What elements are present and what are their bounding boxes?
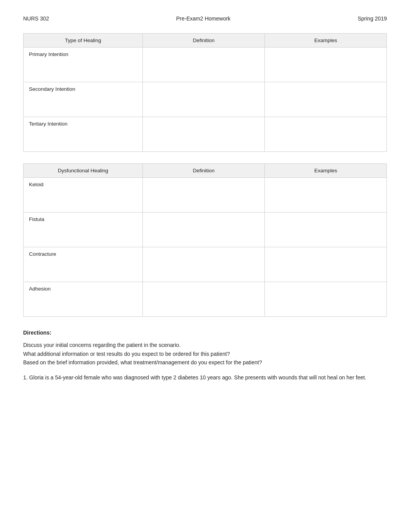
table2-row2-examples (265, 247, 387, 282)
table2-row1-examples (265, 212, 387, 247)
table-row: Adhesion (24, 282, 387, 317)
table2-col2-header: Definition (143, 164, 265, 178)
table1-col2-header: Definition (143, 34, 265, 48)
table-row: Tertiary Intention (24, 117, 387, 152)
directions-section: Directions: Discuss your initial concern… (23, 328, 387, 382)
assignment-title: Pre-Exam2 Homework (176, 15, 230, 22)
directions-paragraph1: Discuss your initial concerns regarding … (23, 341, 387, 367)
table2-col3-header: Examples (265, 164, 387, 178)
table2-row3-label: Adhesion (24, 282, 143, 317)
directions-title: Directions: (23, 328, 387, 337)
table1-row2-examples (265, 117, 387, 152)
table2-row3-definition (143, 282, 265, 317)
table-row: Fistula (24, 212, 387, 247)
table2-row2-label: Contracture (24, 247, 143, 282)
table1-col3-header: Examples (265, 34, 387, 48)
course-label: NURS 302 (23, 15, 49, 22)
healing-type-table: Type of Healing Definition Examples Prim… (23, 33, 387, 152)
table1-row2-definition (143, 117, 265, 152)
directions-text1: Discuss your initial concerns regarding … (23, 342, 262, 365)
table2-row1-definition (143, 212, 265, 247)
table2-col1-header: Dysfunctional Healing (24, 164, 143, 178)
table1-row0-examples (265, 48, 387, 82)
table-row: Primary Intention (24, 48, 387, 82)
table-row: Keloid (24, 178, 387, 212)
table2-row0-label: Keloid (24, 178, 143, 212)
table-row: Secondary Intention (24, 82, 387, 117)
table1-col1-header: Type of Healing (24, 34, 143, 48)
table1-row1-examples (265, 82, 387, 117)
table1-row1-label: Secondary Intention (24, 82, 143, 117)
table2-row0-definition (143, 178, 265, 212)
table2-row1-label: Fistula (24, 212, 143, 247)
table1-row0-label: Primary Intention (24, 48, 143, 82)
table2-row2-definition (143, 247, 265, 282)
table1-row0-definition (143, 48, 265, 82)
table2-row3-examples (265, 282, 387, 317)
directions-paragraph2: 1. Gloria is a 54-year-old female who wa… (23, 373, 387, 382)
table2-row0-examples (265, 178, 387, 212)
table1-row2-label: Tertiary Intention (24, 117, 143, 152)
directions-text2: 1. Gloria is a 54-year-old female who wa… (23, 374, 366, 381)
table1-row1-definition (143, 82, 265, 117)
dysfunctional-healing-table: Dysfunctional Healing Definition Example… (23, 163, 387, 317)
table-row: Contracture (24, 247, 387, 282)
page-header: NURS 302 Pre-Exam2 Homework Spring 2019 (23, 15, 387, 22)
semester-label: Spring 2019 (357, 15, 387, 22)
